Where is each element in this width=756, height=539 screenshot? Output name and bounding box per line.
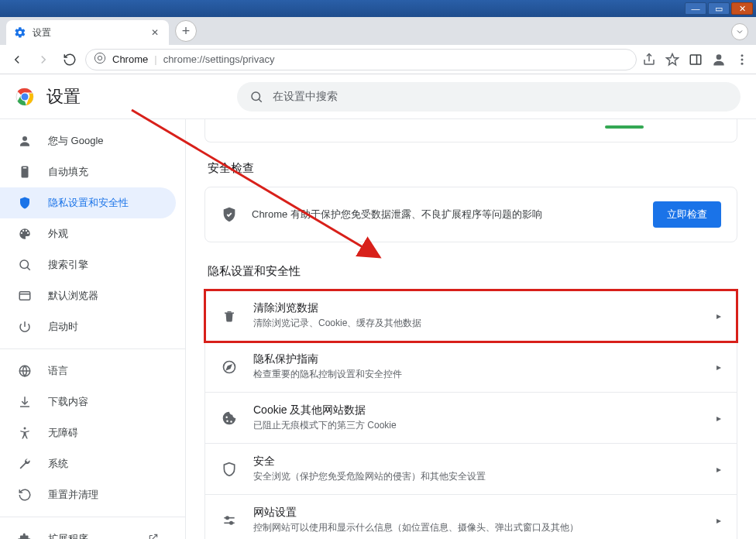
menu-icon[interactable] [734, 52, 750, 67]
privacy-rows-card: 清除浏览数据清除浏览记录、Cookie、缓存及其他数据▸隐私保护指南检查重要的隐… [204, 290, 737, 539]
window-maximize-button[interactable]: ▭ [708, 2, 730, 15]
tab-search-button[interactable] [731, 23, 748, 40]
sidebar-item-on-startup[interactable]: 启动时 [0, 311, 176, 342]
privacy-row-privacy-guide[interactable]: 隐私保护指南检查重要的隐私控制设置和安全控件▸ [205, 342, 737, 393]
address-bar[interactable]: Chrome | chrome://settings/privacy [85, 49, 637, 70]
sidebar-item-default-browser[interactable]: 默认浏览器 [0, 280, 176, 311]
chevron-right-icon: ▸ [716, 362, 721, 372]
svg-point-27 [226, 517, 229, 519]
row-subtitle: 已阻止无痕模式下的第三方 Cookie [253, 419, 701, 432]
sidebar-item-label: 重置并清理 [48, 488, 98, 502]
sidebar-item-you-and-google[interactable]: 您与 Google [0, 125, 176, 156]
shield2-icon [221, 461, 238, 478]
sidebar-item-extensions[interactable]: 扩展程序 [0, 524, 176, 539]
privacy-row-site-settings[interactable]: 网站设置控制网站可以使用和显示什么信息（如位置信息、摄像头、弹出式窗口及其他）▸ [205, 495, 737, 539]
settings-search-input[interactable]: 在设置中搜索 [237, 82, 741, 112]
url-path: chrome://settings/privacy [163, 53, 275, 65]
sidebar-item-system[interactable]: 系统 [0, 448, 176, 479]
sidebar-item-search-engine[interactable]: 搜索引擎 [0, 249, 176, 280]
profile-icon[interactable] [711, 52, 727, 67]
safety-check-text: Chrome 有助于保护您免受数据泄露、不良扩展程序等问题的影响 [252, 208, 639, 221]
svg-point-11 [252, 92, 260, 101]
clipboard-icon [17, 164, 33, 180]
browser-tab-settings[interactable]: 设置 ✕ [6, 20, 169, 45]
svg-point-13 [22, 136, 27, 141]
chrome-logo-icon [15, 88, 34, 106]
sidebar-item-label: 外观 [48, 227, 68, 241]
shield-icon [17, 195, 33, 211]
palette-icon [17, 226, 33, 242]
safety-check-section-title: 安全检查 [208, 161, 737, 176]
sidebar-item-label: 无障碍 [48, 426, 78, 440]
reload-button[interactable] [59, 49, 81, 70]
sidebar-item-label: 语言 [48, 364, 68, 378]
sidebar-item-accessibility[interactable]: 无障碍 [0, 417, 176, 448]
sidebar-item-label: 下载内容 [48, 395, 88, 409]
row-title: 网站设置 [253, 506, 701, 520]
sliders-icon [221, 512, 238, 529]
tab-close-button[interactable]: ✕ [149, 26, 161, 39]
power-icon [17, 319, 33, 335]
new-tab-button[interactable]: + [175, 20, 197, 42]
globe-icon [17, 363, 33, 379]
svg-point-20 [24, 427, 26, 430]
row-subtitle: 清除浏览记录、Cookie、缓存及其他数据 [253, 317, 701, 330]
settings-main: 安全检查 Chrome 有助于保护您免受数据泄露、不良扩展程序等问题的影响 立即… [186, 119, 756, 539]
page-title: 设置 [46, 85, 81, 108]
search-placeholder: 在设置中搜索 [273, 90, 338, 104]
sidebar-item-label: 搜索引擎 [48, 258, 88, 272]
privacy-row-security[interactable]: 安全安全浏览（保护您免受危险网站的侵害）和其他安全设置▸ [205, 444, 737, 495]
wrench-icon [17, 456, 33, 472]
chevron-right-icon: ▸ [716, 464, 721, 475]
search-icon [17, 257, 33, 273]
sidebar-item-reset[interactable]: 重置并清理 [0, 479, 176, 510]
row-subtitle: 控制网站可以使用和显示什么信息（如位置信息、摄像头、弹出式窗口及其他） [253, 521, 701, 534]
sidebar-item-label: 默认浏览器 [48, 289, 98, 303]
svg-point-6 [741, 58, 744, 60]
window-close-button[interactable]: ✕ [731, 2, 753, 15]
tab-title: 设置 [33, 26, 51, 39]
url-host: Chrome [112, 53, 148, 65]
browser-icon [17, 288, 33, 304]
svg-point-5 [741, 54, 744, 57]
puzzle-icon [17, 531, 33, 539]
row-subtitle: 检查重要的隐私控制设置和安全控件 [253, 368, 701, 381]
share-icon[interactable] [641, 52, 657, 67]
bookmark-icon[interactable] [665, 52, 680, 67]
svg-rect-23 [225, 312, 234, 314]
sidebar-item-appearance[interactable]: 外观 [0, 218, 176, 249]
sidebar-item-label: 您与 Google [48, 134, 104, 148]
svg-line-12 [259, 99, 262, 102]
accessibility-icon [17, 425, 33, 441]
back-button[interactable] [6, 49, 28, 70]
sidebar-item-label: 系统 [48, 457, 68, 471]
safety-check-button[interactable]: 立即检查 [653, 201, 721, 228]
svg-rect-16 [19, 292, 30, 300]
window-minimize-button[interactable]: — [685, 2, 706, 15]
shield-check-icon [221, 206, 238, 223]
privacy-row-clear-data[interactable]: 清除浏览数据清除浏览记录、Cookie、缓存及其他数据▸ [205, 290, 737, 342]
browser-toolbar: Chrome | chrome://settings/privacy [0, 45, 756, 74]
row-title: 隐私保护指南 [253, 352, 701, 366]
settings-header: 设置 在设置中搜索 [0, 74, 756, 119]
reset-icon [17, 487, 33, 503]
svg-point-7 [741, 62, 744, 64]
previous-card-stub [204, 119, 737, 142]
sidebar-item-autofill[interactable]: 自动填充 [0, 156, 176, 187]
sidebar-item-label: 隐私设置和安全性 [48, 196, 129, 210]
svg-point-28 [230, 521, 232, 524]
sidebar-item-downloads[interactable]: 下载内容 [0, 386, 176, 417]
forward-button[interactable] [33, 49, 54, 70]
chrome-icon [94, 52, 106, 67]
download-icon [17, 394, 33, 410]
compass-icon [221, 359, 238, 376]
settings-sidebar: 您与 Google自动填充隐私设置和安全性外观搜索引擎默认浏览器启动时语言下载内… [0, 119, 186, 539]
sidebar-item-privacy[interactable]: 隐私设置和安全性 [0, 187, 176, 218]
row-subtitle: 安全浏览（保护您免受危险网站的侵害）和其他安全设置 [253, 470, 701, 483]
svg-point-1 [98, 56, 101, 60]
gear-icon [14, 26, 26, 39]
side-panel-icon[interactable] [688, 52, 703, 67]
sidebar-item-languages[interactable]: 语言 [0, 355, 176, 386]
privacy-row-cookies[interactable]: Cookie 及其他网站数据已阻止无痕模式下的第三方 Cookie▸ [205, 393, 737, 444]
window-titlebar: — ▭ ✕ [0, 0, 756, 17]
